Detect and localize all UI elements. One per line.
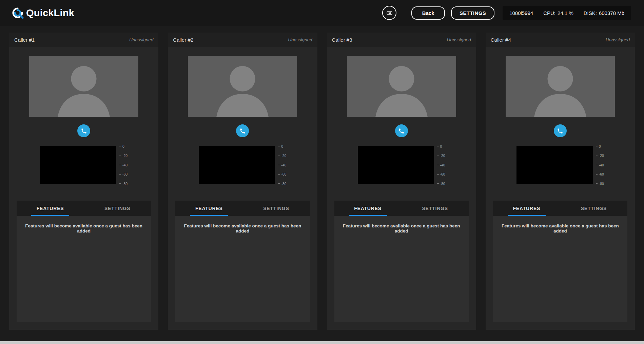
meter-tick [596, 156, 598, 156]
meter-scale-item: -40 [437, 163, 445, 167]
phone-icon [81, 128, 87, 134]
features-content: Features will become available once a gu… [17, 216, 151, 322]
meter-tick [596, 146, 598, 146]
meter-tick [437, 156, 439, 156]
meter-scale-item: -40 [278, 163, 286, 167]
meter-label: -40 [122, 163, 128, 167]
active-tab-indicator [31, 215, 69, 216]
settings-button[interactable]: SETTINGS [451, 6, 494, 20]
meter-tick [119, 174, 121, 175]
tab-features[interactable]: FEATURES [334, 201, 402, 216]
phone-icon [398, 128, 405, 134]
caller-panel-3: Caller #3 Unassigned [327, 33, 476, 330]
cpu-status: CPU: 24.1 % [543, 10, 573, 16]
phone-icon [239, 128, 246, 134]
audio-meter [516, 146, 593, 184]
tab-settings[interactable]: SETTINGS [402, 201, 469, 216]
brand-name: QuickLink [26, 7, 74, 19]
meter-label: -40 [440, 163, 445, 167]
disk-status: DISK: 600378 Mb [584, 10, 624, 16]
meter-scale-item: -20 [437, 154, 445, 158]
tab-features[interactable]: FEATURES [493, 201, 560, 216]
meter-scale-item: 0 [278, 144, 286, 148]
features-empty-message: Features will become available once a gu… [340, 223, 463, 234]
panel-tabs: FEATURES SETTINGS [175, 201, 310, 216]
avatar-placeholder [188, 56, 297, 117]
dialpad-button[interactable] [382, 6, 396, 20]
header-actions: Back SETTINGS 1080i5994 CPU: 24.1 % DISK… [382, 6, 631, 20]
meter-label: 0 [122, 144, 124, 148]
meter-scale-item: 0 [596, 144, 604, 148]
meter-tick [437, 165, 439, 165]
meter-scale-item: -80 [596, 182, 604, 185]
audio-meter [40, 146, 116, 184]
tab-features[interactable]: FEATURES [17, 201, 84, 216]
call-button[interactable] [554, 124, 567, 137]
active-tab-indicator [190, 215, 228, 216]
tab-settings[interactable]: SETTINGS [84, 201, 151, 216]
quicklink-logo-icon [12, 7, 24, 19]
tab-features-label: FEATURES [195, 206, 223, 211]
meter-tick [119, 156, 121, 156]
meter-scale-item: -20 [119, 154, 128, 158]
meter-tick [278, 156, 280, 156]
meter-label: -20 [122, 154, 128, 158]
audio-meter-group: 0 -20 -40 -60 -80 [168, 146, 317, 184]
features-content: Features will become available once a gu… [175, 216, 310, 322]
meter-tick [437, 183, 439, 184]
meter-scale: 0 -20 -40 -60 -80 [437, 146, 445, 184]
meter-tick [437, 146, 439, 146]
audio-meter [358, 146, 434, 184]
call-button[interactable] [395, 124, 408, 137]
meter-label: -80 [599, 182, 604, 186]
panel-tabs: FEATURES SETTINGS [17, 201, 151, 216]
tab-features-label: FEATURES [354, 206, 382, 211]
features-content: Features will become available once a gu… [334, 216, 469, 322]
system-status-box: 1080i5994 CPU: 24.1 % DISK: 600378 Mb [503, 6, 631, 20]
meter-tick [119, 146, 121, 146]
meter-scale: 0 -20 -40 -60 -80 [119, 146, 128, 184]
app-window: QuickLink [0, 0, 644, 344]
audio-meter [199, 146, 275, 184]
call-button[interactable] [77, 124, 90, 137]
cpu-value: 24.1 % [558, 10, 573, 16]
meter-label: 0 [281, 144, 283, 148]
meter-scale-item: -40 [119, 163, 128, 167]
meter-tick [596, 183, 598, 184]
meter-tick [278, 174, 280, 175]
meter-scale-item: -80 [437, 182, 445, 185]
meter-scale-item: -60 [437, 173, 445, 176]
person-silhouette-icon [347, 56, 456, 117]
audio-meter-group: 0 -20 -40 -60 -80 [327, 146, 476, 184]
tab-settings[interactable]: SETTINGS [560, 201, 627, 216]
tab-settings-label: SETTINGS [581, 206, 607, 211]
meter-scale-item: -40 [596, 163, 604, 167]
meter-tick [278, 146, 280, 146]
dialpad-icon [386, 9, 393, 17]
caller-name: Caller #1 [14, 37, 35, 43]
panel-header: Caller #2 Unassigned [168, 33, 317, 47]
meter-label: -60 [122, 172, 128, 176]
caller-panel-2: Caller #2 Unassigned [168, 33, 317, 330]
meter-label: -20 [599, 154, 604, 158]
meter-label: 0 [599, 144, 601, 148]
meter-tick [119, 183, 121, 184]
panel-tabs: FEATURES SETTINGS [334, 201, 469, 216]
meter-label: -20 [440, 154, 445, 158]
main-area: Caller #1 Unassigned [0, 26, 644, 344]
meter-tick [278, 183, 280, 184]
back-button[interactable]: Back [411, 6, 445, 20]
meter-scale-item: -60 [278, 173, 286, 176]
meter-scale-item: -20 [596, 154, 604, 158]
tab-settings[interactable]: SETTINGS [242, 201, 310, 216]
caller-assignment-status: Unassigned [129, 37, 153, 42]
disk-label: DISK: [584, 10, 597, 16]
caller-assignment-status: Unassigned [606, 37, 630, 42]
meter-scale-item: -60 [119, 173, 128, 176]
tab-features[interactable]: FEATURES [175, 201, 242, 216]
tab-features-label: FEATURES [513, 206, 540, 211]
panel-header: Caller #4 Unassigned [486, 33, 635, 47]
meter-label: -80 [122, 182, 128, 186]
meter-label: -60 [440, 172, 445, 176]
call-button[interactable] [236, 124, 249, 137]
